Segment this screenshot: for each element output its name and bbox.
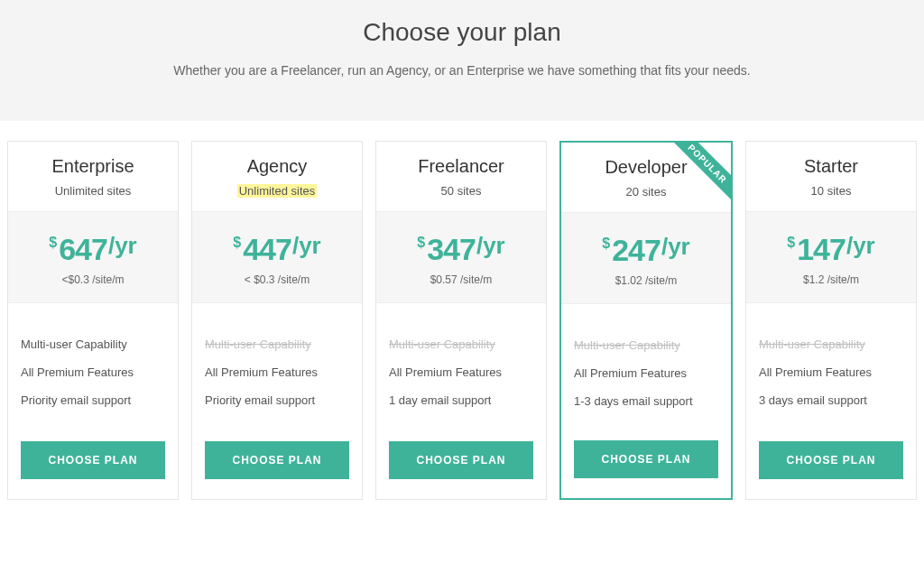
feature-item: Multi-user Capability — [21, 330, 165, 358]
plan-sites: Unlimited sites — [237, 184, 318, 198]
choose-plan-button[interactable]: CHOOSE PLAN — [574, 440, 718, 478]
plan-head: Starter10 sites — [746, 142, 916, 211]
feature-item: All Premium Features — [574, 359, 718, 387]
cta-wrap: CHOOSE PLAN — [376, 425, 546, 499]
price-line: $147/yr — [753, 234, 909, 264]
plan-card: Starter10 sites$147/yr$1.2 /site/mMulti-… — [745, 141, 917, 500]
currency-symbol: $ — [602, 236, 610, 251]
choose-plan-button[interactable]: CHOOSE PLAN — [21, 441, 165, 479]
plans-row: EnterpriseUnlimited sites$647/yr<$0.3 /s… — [0, 121, 924, 500]
price-period: /yr — [292, 234, 321, 257]
feature-item: Multi-user Capability — [205, 330, 349, 358]
plan-card: AgencyUnlimited sites$447/yr< $0.3 /site… — [191, 141, 363, 500]
price-line: $347/yr — [383, 234, 539, 264]
plan-head: AgencyUnlimited sites — [192, 142, 362, 211]
plan-name: Freelancer — [385, 156, 537, 177]
choose-plan-button[interactable]: CHOOSE PLAN — [759, 441, 903, 479]
choose-plan-button[interactable]: CHOOSE PLAN — [389, 441, 533, 479]
plan-card: Freelancer50 sites$347/yr$0.57 /site/mMu… — [375, 141, 547, 500]
plan-name: Starter — [755, 156, 907, 177]
price-line: $447/yr — [199, 234, 355, 264]
cta-wrap: CHOOSE PLAN — [746, 425, 916, 499]
page-subtitle: Whether you are a Freelancer, run an Age… — [18, 63, 906, 78]
feature-item: 3 days email support — [759, 386, 903, 414]
plan-sites: Unlimited sites — [55, 184, 132, 198]
price-period: /yr — [476, 234, 505, 257]
price-block: $347/yr$0.57 /site/m — [376, 211, 546, 303]
cta-wrap: CHOOSE PLAN — [8, 425, 178, 499]
feature-item: Priority email support — [205, 386, 349, 414]
feature-list: Multi-user CapabilityAll Premium Feature… — [192, 303, 362, 425]
currency-symbol: $ — [417, 236, 425, 250]
price-subtext: $0.57 /site/m — [383, 273, 539, 286]
price-subtext: $1.2 /site/m — [753, 273, 909, 286]
plan-card: POPULARDeveloper20 sites$247/yr$1.02 /si… — [559, 141, 733, 500]
price-block: $647/yr<$0.3 /site/m — [8, 211, 178, 303]
feature-item: All Premium Features — [759, 358, 903, 386]
price-block: $147/yr$1.2 /site/m — [746, 211, 916, 303]
price-amount: 347 — [427, 234, 476, 264]
page-title: Choose your plan — [18, 18, 906, 47]
hero-section: Choose your plan Whether you are a Freel… — [0, 0, 924, 121]
feature-list: Multi-user CapabilityAll Premium Feature… — [8, 303, 178, 425]
price-subtext: <$0.3 /site/m — [15, 273, 171, 286]
plan-sites: 10 sites — [811, 184, 852, 198]
feature-item: 1 day email support — [389, 386, 533, 414]
feature-item: Multi-user Capability — [389, 330, 533, 358]
price-amount: 447 — [243, 234, 291, 264]
feature-list: Multi-user CapabilityAll Premium Feature… — [376, 303, 546, 425]
price-period: /yr — [661, 235, 690, 258]
price-line: $647/yr — [15, 234, 171, 264]
plan-sites: 20 sites — [626, 185, 667, 199]
price-amount: 247 — [612, 235, 661, 265]
price-block: $447/yr< $0.3 /site/m — [192, 211, 362, 303]
cta-wrap: CHOOSE PLAN — [192, 425, 362, 499]
price-period: /yr — [108, 234, 137, 257]
plan-name: Agency — [201, 156, 353, 177]
price-block: $247/yr$1.02 /site/m — [561, 212, 731, 304]
cta-wrap: CHOOSE PLAN — [561, 424, 731, 498]
price-amount: 147 — [797, 234, 845, 264]
currency-symbol: $ — [49, 236, 57, 250]
feature-item: Priority email support — [21, 386, 165, 414]
feature-list: Multi-user CapabilityAll Premium Feature… — [561, 304, 731, 424]
price-line: $247/yr — [568, 235, 724, 265]
plan-head: Freelancer50 sites — [376, 142, 546, 211]
feature-item: All Premium Features — [205, 358, 349, 386]
currency-symbol: $ — [787, 236, 795, 250]
feature-item: All Premium Features — [21, 358, 165, 386]
plan-name: Enterprise — [17, 156, 169, 177]
price-subtext: < $0.3 /site/m — [199, 273, 355, 286]
plan-sites: 50 sites — [441, 184, 482, 198]
price-subtext: $1.02 /site/m — [568, 274, 724, 287]
price-amount: 647 — [59, 234, 107, 264]
feature-list: Multi-user CapabilityAll Premium Feature… — [746, 303, 916, 425]
feature-item: All Premium Features — [389, 358, 533, 386]
currency-symbol: $ — [233, 236, 241, 250]
feature-item: Multi-user Capability — [574, 331, 718, 359]
feature-item: Multi-user Capability — [759, 330, 903, 358]
plan-card: EnterpriseUnlimited sites$647/yr<$0.3 /s… — [7, 141, 179, 500]
choose-plan-button[interactable]: CHOOSE PLAN — [205, 441, 349, 479]
plan-head: EnterpriseUnlimited sites — [8, 142, 178, 211]
feature-item: 1-3 days email support — [574, 387, 718, 415]
price-period: /yr — [846, 234, 875, 257]
